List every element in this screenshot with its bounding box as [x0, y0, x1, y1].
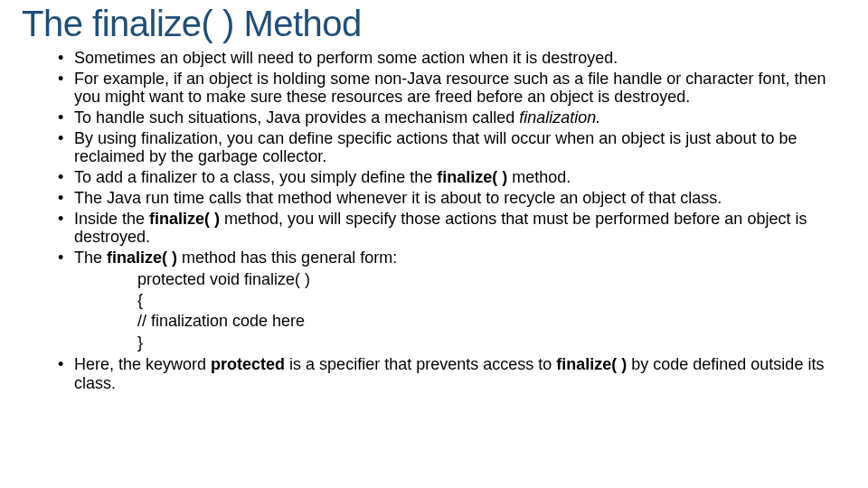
- bullet-text: To add a finalizer to a class, you simpl…: [74, 168, 437, 186]
- bold-text: finalize( ): [107, 249, 177, 267]
- code-line: {: [137, 290, 837, 311]
- bullet-text: To handle such situations, Java provides…: [74, 108, 519, 127]
- bullet-item: By using finalization, you can define sp…: [58, 129, 837, 166]
- code-line: }: [137, 333, 837, 353]
- bullet-item: To add a finalizer to a class, you simpl…: [58, 168, 837, 187]
- bold-text: finalize( ): [149, 210, 220, 228]
- bullet-text: is a specifier that prevents access to: [285, 355, 556, 373]
- bullet-item: Here, the keyword protected is a specifi…: [58, 355, 837, 392]
- bold-text: protected: [211, 355, 285, 373]
- bullet-list: Sometimes an object will need to perform…: [22, 49, 846, 393]
- code-block: protected void finalize( ) { // finaliza…: [74, 269, 837, 354]
- bullet-item: The Java run time calls that method when…: [58, 189, 837, 208]
- bullet-text: Here, the keyword: [74, 355, 211, 373]
- code-line: protected void finalize( ): [137, 269, 837, 290]
- emphasis: finalization.: [519, 108, 600, 127]
- bullet-text: method.: [507, 168, 571, 186]
- slide: { "title": "The finalize( ) Method", "bu…: [0, 0, 868, 488]
- slide-title: The finalize( ) Method: [22, 0, 846, 49]
- bullet-item: To handle such situations, Java provides…: [58, 108, 837, 127]
- bullet-text: The: [74, 249, 107, 267]
- bullet-text: Inside the: [74, 210, 149, 228]
- code-line: // finalization code here: [137, 311, 837, 332]
- bullet-item: The finalize( ) method has this general …: [58, 249, 837, 353]
- bold-text: finalize( ): [437, 168, 507, 186]
- bullet-item: Sometimes an object will need to perform…: [58, 49, 837, 68]
- bullet-item: Inside the finalize( ) method, you will …: [58, 210, 837, 247]
- bullet-text: method has this general form:: [177, 249, 397, 267]
- bullet-item: For example, if an object is holding som…: [58, 70, 837, 107]
- bold-text: finalize( ): [556, 355, 627, 373]
